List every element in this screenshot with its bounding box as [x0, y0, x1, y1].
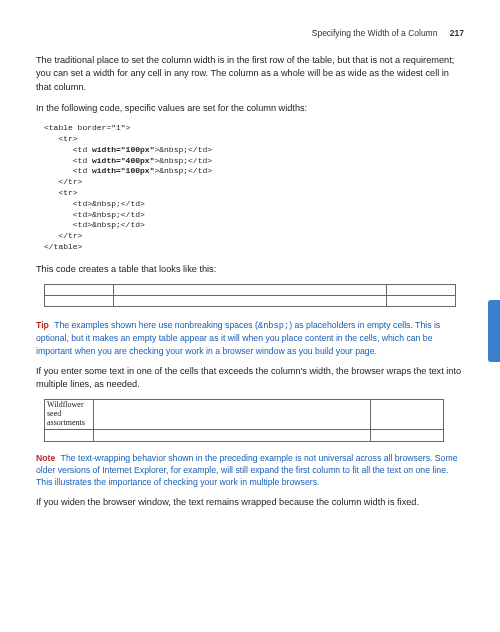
tip-label: Tip [36, 320, 49, 330]
running-head: Specifying the Width of a Column 217 [36, 28, 464, 40]
table-cell [371, 400, 444, 429]
section-title: Specifying the Width of a Column [312, 28, 438, 38]
paragraph: If you enter some text in one of the cel… [36, 365, 464, 392]
table-cell [94, 429, 371, 441]
table-cell [387, 285, 456, 296]
demo-table-wrap: Wildflower seed assortments [44, 399, 444, 441]
code-block: <table border="1"> <tr> <td width="100px… [44, 123, 464, 253]
table-cell [371, 429, 444, 441]
thumb-tab [488, 300, 500, 362]
paragraph: In the following code, specific values a… [36, 102, 464, 115]
table-cell [45, 285, 114, 296]
table-cell: Wildflower seed assortments [45, 400, 94, 429]
demo-table-fixed [44, 284, 456, 307]
note-callout: Note The text-wrapping behavior shown in… [36, 452, 464, 489]
paragraph: The traditional place to set the column … [36, 54, 464, 94]
paragraph: If you widen the browser window, the tex… [36, 496, 464, 509]
table-cell [45, 429, 94, 441]
paragraph: This code creates a table that looks lik… [36, 263, 464, 276]
tip-entity: &nbsp; [258, 321, 289, 331]
table-cell [94, 400, 371, 429]
tip-callout: Tip The examples shown here use nonbreak… [36, 319, 464, 357]
page-number: 217 [450, 28, 464, 38]
page-content: Specifying the Width of a Column 217 The… [0, 0, 500, 537]
table-cell [387, 296, 456, 307]
table-cell [114, 296, 387, 307]
note-label: Note [36, 453, 55, 463]
table-cell [45, 296, 114, 307]
note-text: The text-wrapping behavior shown in the … [36, 453, 458, 487]
tip-text: The examples shown here use nonbreaking … [54, 320, 258, 330]
table-cell [114, 285, 387, 296]
